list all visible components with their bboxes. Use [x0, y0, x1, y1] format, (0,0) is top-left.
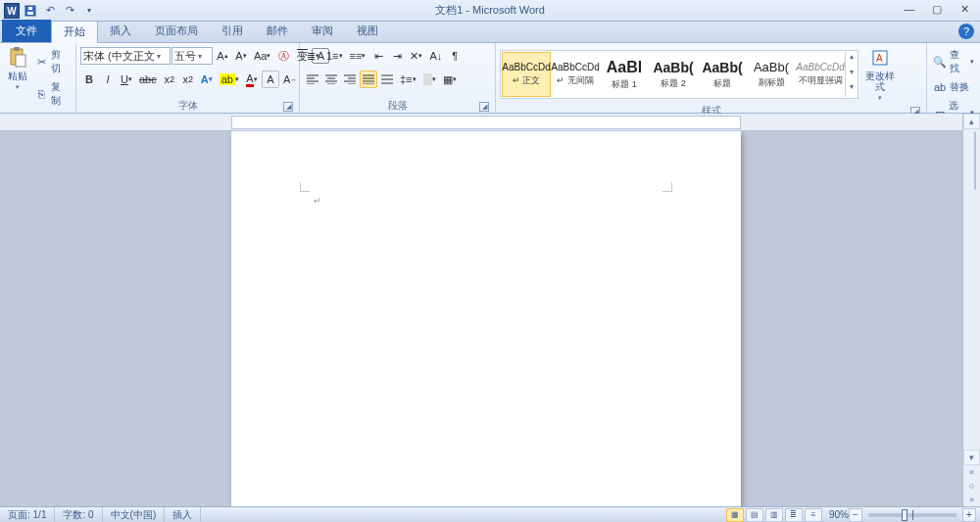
distribute-button[interactable] — [378, 71, 396, 88]
tab-insert[interactable]: 插入 — [98, 21, 143, 42]
tab-file[interactable]: 文件 — [2, 20, 51, 42]
styles-gallery[interactable]: AaBbCcDd↵ 正文AaBbCcDd↵ 无间隔AaBl标题 1AaBb(标题… — [500, 50, 858, 99]
change-case-button[interactable]: Aa▾ — [251, 47, 273, 65]
prev-page-icon[interactable]: « — [963, 465, 980, 479]
char-shading-button[interactable]: A — [262, 71, 279, 88]
svg-rect-4 — [14, 47, 20, 51]
font-name-combo[interactable]: 宋体 (中文正文▾ — [80, 47, 171, 65]
strikethrough-button[interactable]: abc — [136, 71, 160, 88]
text-direction-button[interactable]: ✕▾ — [407, 47, 425, 65]
clear-format-button[interactable]: Ⓐ — [274, 47, 292, 65]
gallery-down-icon[interactable]: ▾ — [846, 68, 857, 82]
group-editing: 🔍查找▾ ab替换 ▭选择▾ 编辑 — [927, 43, 980, 113]
scroll-thumb[interactable] — [974, 131, 976, 190]
style-item[interactable]: AaBb(标题 2 — [649, 52, 698, 97]
font-color-button[interactable]: A▾ — [243, 71, 261, 88]
highlight-button[interactable]: ab▾ — [217, 71, 242, 88]
increase-indent-button[interactable]: ⇥ — [388, 47, 406, 65]
zoom-in-button[interactable]: + — [962, 508, 976, 522]
tab-mailings[interactable]: 邮件 — [255, 21, 300, 42]
group-paragraph: ≣▾ 1≡▾ ≡≡▾ ⇤ ⇥ ✕▾ A↓ ¶ ‡≡▾ ▾ ▦▾ 段落◢ — [300, 43, 496, 113]
scroll-up-icon[interactable]: ▴ — [963, 114, 980, 129]
shading-button[interactable]: ▾ — [420, 71, 439, 88]
gallery-up-icon[interactable]: ▴ — [846, 52, 857, 67]
style-item[interactable]: AaBl标题 1 — [600, 52, 649, 97]
shrink-font-button[interactable]: A▾ — [232, 47, 250, 65]
align-left-button[interactable] — [304, 71, 321, 88]
line-spacing-button[interactable]: ‡≡▾ — [397, 71, 419, 88]
tab-layout[interactable]: 页面布局 — [143, 21, 210, 42]
tab-view[interactable]: 视图 — [345, 21, 390, 42]
font-size-combo[interactable]: 五号▾ — [172, 47, 213, 65]
document-workspace[interactable]: ↵ — [0, 131, 962, 506]
text-effects-button[interactable]: A▾ — [198, 71, 216, 88]
find-icon: 🔍 — [933, 56, 947, 68]
minimize-button[interactable]: ― — [896, 0, 923, 18]
tab-home[interactable]: 开始 — [51, 21, 98, 43]
align-justify-button[interactable] — [360, 71, 377, 88]
replace-icon: ab — [933, 81, 947, 93]
next-page-icon[interactable]: » — [963, 493, 980, 506]
help-icon[interactable]: ? — [958, 24, 974, 39]
status-language[interactable]: 中文(中国) — [103, 507, 166, 522]
style-item[interactable]: AaBbCcDd↵ 无间隔 — [551, 52, 600, 97]
status-words[interactable]: 字数: 0 — [55, 507, 102, 522]
grow-font-button[interactable]: A▴ — [214, 47, 231, 65]
maximize-button[interactable]: ▢ — [923, 0, 951, 18]
vertical-scrollbar[interactable]: ▴ ▾ « ○ » — [962, 114, 980, 506]
style-item[interactable]: AaBb(副标题 — [747, 52, 796, 97]
save-icon[interactable] — [22, 2, 39, 20]
style-item[interactable]: AaBbCcDd↵ 正文 — [502, 52, 551, 97]
align-right-button[interactable] — [341, 71, 359, 88]
align-center-button[interactable] — [322, 71, 340, 88]
show-marks-button[interactable]: ¶ — [446, 47, 464, 65]
decrease-indent-button[interactable]: ⇤ — [369, 47, 387, 65]
status-page[interactable]: 页面: 1/1 — [0, 507, 55, 522]
bold-button[interactable]: B — [80, 71, 98, 88]
ribbon-tabs: 文件 开始 插入 页面布局 引用 邮件 审阅 视图 ? — [0, 22, 980, 43]
gallery-more-icon[interactable]: ▾ — [846, 82, 857, 97]
close-button[interactable]: ✕ — [951, 0, 978, 18]
italic-button[interactable]: I — [99, 71, 117, 88]
svg-rect-5 — [16, 55, 25, 67]
superscript-button[interactable]: x2 — [179, 71, 197, 88]
scroll-down-icon[interactable]: ▾ — [963, 450, 980, 465]
font-launcher[interactable]: ◢ — [283, 102, 293, 112]
status-insert-mode[interactable]: 插入 — [165, 507, 201, 522]
word-app-icon[interactable]: W — [4, 3, 20, 19]
zoom-slider[interactable] — [868, 513, 956, 517]
horizontal-ruler[interactable] — [0, 114, 980, 131]
style-item[interactable]: AaBb(标题 — [698, 52, 747, 97]
change-styles-button[interactable]: A 更改样式 ▾ — [860, 45, 900, 104]
borders-button[interactable]: ▦▾ — [440, 71, 460, 88]
browse-object-icon[interactable]: ○ — [963, 479, 980, 493]
redo-icon[interactable]: ↷ — [61, 2, 78, 20]
view-web-icon[interactable]: ▥ — [765, 508, 783, 522]
view-reading-icon[interactable]: ▤ — [746, 508, 763, 522]
undo-icon[interactable]: ↶ — [41, 2, 59, 20]
style-item[interactable]: AaBbCcDd不明显强调 — [796, 52, 845, 97]
numbering-button[interactable]: 1≡▾ — [323, 47, 346, 65]
cut-button[interactable]: ✂剪切 — [32, 47, 72, 76]
paste-button[interactable]: 粘贴 ▾ — [4, 45, 30, 93]
char-scale-button[interactable]: A↔ — [280, 71, 300, 88]
document-page[interactable]: ↵ — [231, 131, 741, 506]
view-outline-icon[interactable]: ≣ — [785, 508, 803, 522]
underline-button[interactable]: U▾ — [118, 71, 135, 88]
paragraph-launcher[interactable]: ◢ — [479, 102, 489, 112]
replace-button[interactable]: ab替换 — [931, 79, 971, 95]
qat-dropdown-icon[interactable]: ▾ — [80, 2, 98, 20]
multilevel-button[interactable]: ≡≡▾ — [347, 47, 369, 65]
bullets-button[interactable]: ≣▾ — [304, 47, 322, 65]
tab-review[interactable]: 审阅 — [300, 21, 345, 42]
zoom-out-button[interactable]: − — [849, 508, 862, 522]
sort-button[interactable]: A↓ — [426, 47, 445, 65]
copy-button[interactable]: ⎘复制 — [32, 79, 72, 109]
view-print-layout-icon[interactable]: ▦ — [726, 508, 744, 522]
subscript-button[interactable]: x2 — [161, 71, 178, 88]
tab-references[interactable]: 引用 — [210, 21, 255, 42]
window-title: 文档1 - Microsoft Word — [0, 3, 980, 18]
status-zoom[interactable]: 90% — [829, 509, 849, 520]
find-button[interactable]: 🔍查找▾ — [931, 47, 976, 76]
view-draft-icon[interactable]: ≡ — [805, 508, 822, 522]
